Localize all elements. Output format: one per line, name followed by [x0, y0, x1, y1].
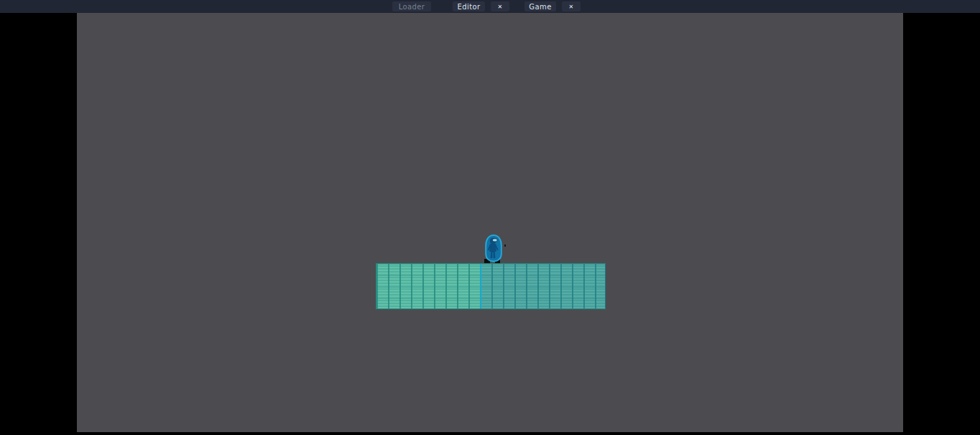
letterbox-right [903, 13, 980, 435]
tab-game[interactable]: Game [524, 1, 556, 12]
selection-overlay [480, 264, 606, 308]
close-icon: ✕ [568, 4, 573, 10]
letterbox-left [0, 13, 77, 435]
close-icon: ✕ [497, 4, 502, 10]
player-sprite[interactable] [484, 234, 504, 263]
tab-loader[interactable]: Loader [392, 1, 431, 12]
game-viewport[interactable] [77, 13, 903, 432]
tab-loader-label: Loader [399, 3, 425, 11]
tab-bar: Loader Editor ✕ Game ✕ [0, 0, 980, 13]
close-editor-button[interactable]: ✕ [491, 1, 509, 12]
player-visor-icon [493, 239, 498, 242]
tab-game-label: Game [529, 3, 551, 11]
app-window: Loader Editor ✕ Game ✕ [0, 0, 980, 435]
close-game-button[interactable]: ✕ [562, 1, 581, 12]
tile-platform[interactable] [376, 263, 606, 309]
cursor-dot [504, 244, 506, 247]
tab-editor-label: Editor [458, 3, 481, 11]
tab-editor[interactable]: Editor [453, 1, 485, 12]
